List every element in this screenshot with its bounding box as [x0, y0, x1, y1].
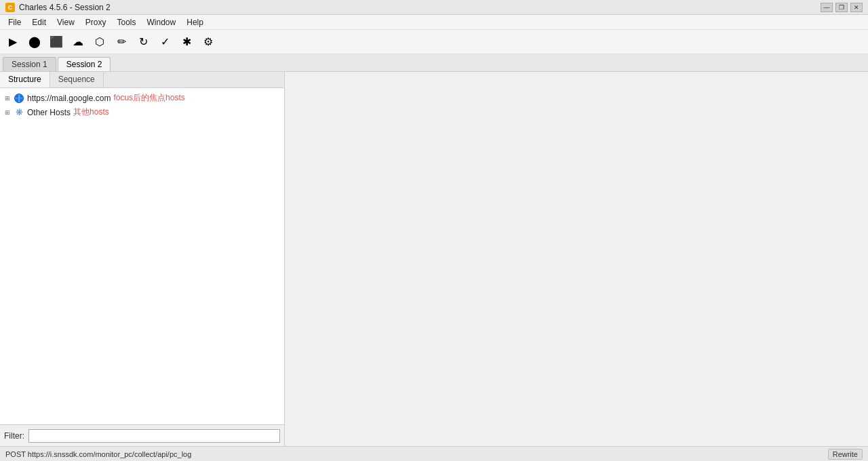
stop-recording-button[interactable]: ⬤: [24, 32, 45, 52]
tree-item[interactable]: ⊞https://mail.google.comfocus后的焦点hosts: [0, 91, 284, 105]
tree-view: ⊞https://mail.google.comfocus后的焦点hosts⊞❋…: [0, 88, 284, 424]
network-icon: ❋: [16, 107, 23, 117]
view-tab-structure[interactable]: Structure: [0, 72, 50, 87]
menu-item-help[interactable]: Help: [181, 16, 209, 29]
session-tab-session-2[interactable]: Session 2: [58, 57, 111, 71]
right-panel: [285, 72, 868, 446]
view-tabs: StructureSequence: [0, 72, 284, 88]
tree-item-annotation: focus后的焦点hosts: [113, 92, 184, 104]
start-recording-button[interactable]: ▶: [3, 32, 23, 52]
menu-item-tools[interactable]: Tools: [112, 16, 142, 29]
menu-item-view[interactable]: View: [52, 16, 80, 29]
tree-item-label: https://mail.google.com: [27, 94, 111, 103]
tree-expander-icon[interactable]: ⊞: [3, 108, 12, 117]
network-icon: ❋: [14, 107, 24, 118]
title-text: Charles 4.5.6 - Session 2: [19, 3, 111, 12]
close-button[interactable]: ✕: [850, 3, 863, 12]
session-tab-session-1[interactable]: Session 1: [3, 57, 56, 71]
toolbar: ▶⬤⬛☁⬡✏↻✓✱⚙: [0, 30, 868, 54]
filter-input[interactable]: [28, 429, 280, 443]
tree-item[interactable]: ⊞❋Other Hosts其他hosts: [0, 105, 284, 119]
title-bar-left: C Charles 4.5.6 - Session 2: [5, 3, 111, 12]
check-button[interactable]: ✓: [155, 32, 175, 52]
filter-bar: Filter:: [0, 424, 284, 446]
maximize-button[interactable]: ❐: [835, 3, 848, 12]
tree-item-label: Other Hosts: [27, 108, 71, 117]
rewrite-button[interactable]: Rewrite: [828, 449, 863, 460]
window-controls: — ❐ ✕: [821, 3, 863, 12]
tree-item-annotation: 其他hosts: [73, 106, 109, 118]
menu-item-file[interactable]: File: [3, 16, 26, 29]
edit-button[interactable]: ✏: [111, 32, 132, 52]
app-icon: C: [5, 3, 15, 12]
session-tabs: Session 1Session 2: [0, 54, 868, 72]
settings-button[interactable]: ✱: [176, 32, 197, 52]
menu-item-edit[interactable]: Edit: [26, 16, 52, 29]
globe-icon: [14, 93, 24, 104]
view-tab-sequence[interactable]: Sequence: [50, 72, 104, 87]
title-bar: C Charles 4.5.6 - Session 2 — ❐ ✕: [0, 0, 868, 15]
menu-bar: FileEditViewProxyToolsWindowHelp: [0, 15, 868, 30]
filter-label: Filter:: [4, 431, 24, 441]
main-content: StructureSequence ⊞https://mail.google.c…: [0, 72, 868, 446]
tree-expander-icon[interactable]: ⊞: [3, 94, 12, 103]
refresh-button[interactable]: ↻: [133, 32, 153, 52]
status-bar: POST https://i.snssdk.com/monitor_pc/col…: [0, 446, 868, 461]
left-panel: StructureSequence ⊞https://mail.google.c…: [0, 72, 285, 446]
menu-item-window[interactable]: Window: [142, 16, 182, 29]
throttle-button[interactable]: ⬡: [90, 32, 110, 52]
options-button[interactable]: ⚙: [198, 32, 218, 52]
menu-item-proxy[interactable]: Proxy: [80, 16, 112, 29]
clear-session-button[interactable]: ⬛: [46, 32, 66, 52]
minimize-button[interactable]: —: [821, 3, 833, 12]
cloud-button[interactable]: ☁: [68, 32, 88, 52]
status-text: POST https://i.snssdk.com/monitor_pc/col…: [5, 450, 191, 458]
